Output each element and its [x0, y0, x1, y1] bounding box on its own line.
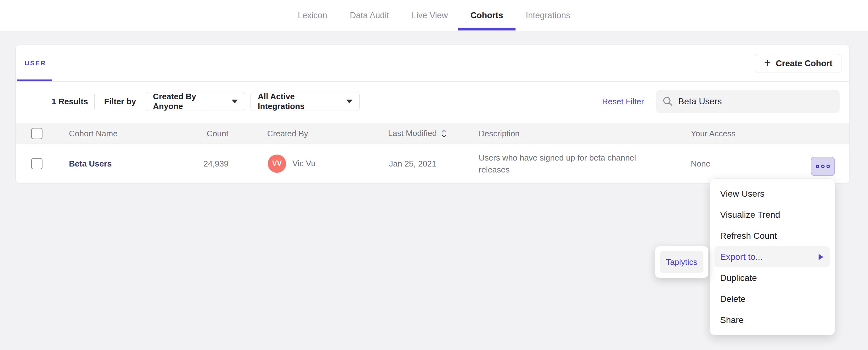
- search-icon: [662, 96, 673, 107]
- cohorts-page: Lexicon Data Audit Live View Cohorts Int…: [0, 0, 868, 350]
- chevron-down-icon: [231, 100, 238, 103]
- user-tab-underline: [17, 79, 52, 81]
- tab-data-audit[interactable]: Data Audit: [350, 0, 389, 31]
- header-created-by: Created By: [267, 129, 308, 138]
- chevron-down-icon: [346, 100, 352, 103]
- submenu-arrow-icon: [818, 254, 823, 260]
- divider: [94, 94, 95, 109]
- divider: [16, 81, 849, 82]
- created-by-cell: VV Vic Vu: [268, 154, 316, 173]
- your-access-cell: None: [691, 159, 710, 168]
- description-cell: Users who have signed up for beta channe…: [479, 152, 661, 176]
- header-last-modified-label: Last Modified: [388, 129, 437, 138]
- header-count: Count: [151, 129, 228, 138]
- integrations-dropdown-value: All Active Integrations: [258, 92, 341, 111]
- top-navigation: Lexicon Data Audit Live View Cohorts Int…: [0, 0, 868, 31]
- cohort-name-link[interactable]: Beta Users: [69, 159, 112, 168]
- menu-item-view-users[interactable]: View Users: [710, 183, 835, 204]
- cohorts-card: USER + Create Cohort 1 Results Filter by…: [16, 45, 850, 183]
- more-options-icon: [816, 165, 819, 168]
- integrations-dropdown[interactable]: All Active Integrations: [250, 92, 360, 111]
- more-options-icon: [821, 165, 825, 168]
- export-submenu: Taplytics: [655, 246, 708, 278]
- row-checkbox[interactable]: [31, 158, 42, 169]
- table-row: Beta Users 24,939 VV Vic Vu Jan 25, 2021…: [16, 144, 849, 183]
- menu-item-export-to[interactable]: Export to...: [714, 246, 830, 267]
- more-options-button[interactable]: [811, 157, 835, 176]
- create-cohort-button[interactable]: + Create Cohort: [755, 54, 842, 73]
- plus-icon: +: [764, 57, 771, 69]
- menu-item-export-to-label: Export to...: [720, 252, 763, 262]
- tab-integrations[interactable]: Integrations: [526, 0, 570, 31]
- sort-icon[interactable]: [441, 129, 447, 139]
- header-cohort-name: Cohort Name: [69, 129, 118, 138]
- tab-live-view[interactable]: Live View: [412, 0, 448, 31]
- table-header: Cohort Name Count Created By Last Modifi…: [16, 123, 849, 144]
- created-by-dropdown[interactable]: Created By Anyone: [146, 92, 245, 111]
- tab-cohorts[interactable]: Cohorts: [470, 0, 503, 31]
- menu-item-visualize-trend[interactable]: Visualize Trend: [710, 204, 835, 225]
- last-modified-cell: Jan 25, 2021: [389, 159, 436, 168]
- created-by-dropdown-value: Created By Anyone: [153, 92, 226, 111]
- create-cohort-label: Create Cohort: [776, 59, 832, 69]
- header-your-access: Your Access: [691, 129, 736, 138]
- submenu-item-taplytics[interactable]: Taplytics: [660, 251, 704, 273]
- header-last-modified[interactable]: Last Modified: [388, 129, 447, 139]
- created-by-name: Vic Vu: [292, 159, 316, 168]
- filter-by-label: Filter by: [104, 97, 136, 106]
- search-box[interactable]: [656, 90, 840, 113]
- row-context-menu: View Users Visualize Trend Refresh Count…: [710, 178, 835, 335]
- reset-filter-link[interactable]: Reset Filter: [602, 97, 644, 106]
- menu-item-refresh-count[interactable]: Refresh Count: [710, 225, 835, 246]
- cohort-count: 24,939: [151, 159, 228, 168]
- header-description: Description: [479, 129, 520, 138]
- menu-item-share[interactable]: Share: [710, 310, 835, 330]
- menu-item-delete[interactable]: Delete: [710, 288, 835, 310]
- more-options-icon: [827, 165, 830, 168]
- avatar: VV: [268, 154, 286, 173]
- menu-item-duplicate[interactable]: Duplicate: [710, 267, 835, 288]
- tab-lexicon[interactable]: Lexicon: [298, 0, 327, 31]
- select-all-checkbox[interactable]: [31, 128, 42, 139]
- results-count: 1 Results: [52, 97, 88, 106]
- search-input[interactable]: [678, 97, 833, 106]
- tab-user[interactable]: USER: [25, 59, 46, 67]
